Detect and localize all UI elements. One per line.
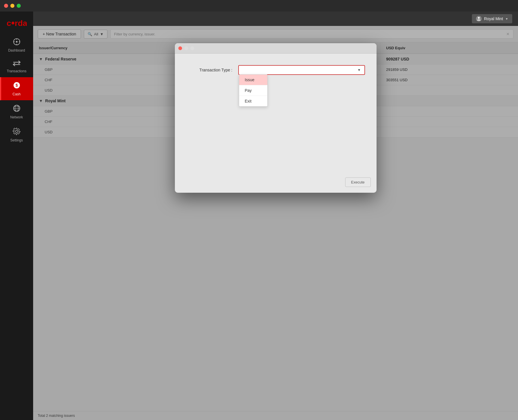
svg-point-17	[478, 17, 480, 19]
settings-icon	[13, 127, 21, 137]
sidebar: c rda Dashboard	[0, 12, 33, 420]
dialog-body: Transaction Type : ▼ Issue Pay Exit	[175, 54, 377, 175]
cash-icon: $	[13, 81, 21, 90]
logo: c rda	[7, 14, 27, 34]
sidebar-item-transactions[interactable]: Transactions	[0, 56, 33, 77]
transaction-type-label: Transaction Type :	[186, 68, 232, 72]
svg-text:$: $	[16, 83, 18, 88]
dashboard-icon	[13, 38, 20, 47]
dialog-minimize-btn[interactable]	[184, 46, 188, 50]
transaction-type-dropdown: Issue Pay Exit	[239, 74, 268, 107]
transactions-icon	[13, 60, 21, 67]
sidebar-item-transactions-label: Transactions	[7, 69, 26, 73]
sidebar-item-cash-label: Cash	[12, 92, 20, 96]
sidebar-item-cash[interactable]: $ Cash	[0, 77, 33, 100]
execute-button[interactable]: Execute	[345, 177, 371, 187]
maximize-btn[interactable]	[17, 4, 21, 8]
network-icon	[13, 104, 21, 113]
sidebar-item-network[interactable]: Network	[0, 100, 33, 123]
dropdown-item-pay[interactable]: Pay	[239, 85, 267, 96]
sidebar-item-dashboard-label: Dashboard	[8, 48, 25, 52]
select-arrow-icon: ▼	[358, 68, 361, 72]
dialog-footer: Execute	[175, 175, 377, 193]
sidebar-item-network-label: Network	[10, 115, 23, 119]
dialog-close-btn[interactable]	[178, 46, 182, 50]
svg-point-1	[12, 22, 14, 24]
new-transaction-dialog: Transaction Type : ▼ Issue Pay Exit	[175, 43, 377, 193]
close-btn[interactable]	[4, 4, 8, 8]
transaction-type-row: Transaction Type : ▼ Issue Pay Exit	[186, 65, 365, 75]
sidebar-item-dashboard[interactable]: Dashboard	[0, 34, 33, 56]
topbar: Royal Mint ▼	[33, 12, 518, 26]
dialog-maximize-btn[interactable]	[190, 46, 194, 50]
svg-point-16	[16, 130, 18, 133]
sidebar-item-settings[interactable]: Settings	[0, 123, 33, 146]
transaction-type-select[interactable]: ▼ Issue Pay Exit	[238, 65, 365, 75]
user-menu-button[interactable]: Royal Mint ▼	[472, 14, 512, 23]
svg-text:c: c	[7, 19, 11, 28]
svg-text:rda: rda	[15, 19, 27, 28]
chevron-down-icon: ▼	[505, 17, 508, 20]
user-name: Royal Mint	[484, 16, 503, 21]
content-area: + New Transaction 🔍 All ▼ Filter by curr…	[33, 26, 518, 420]
app: c rda Dashboard	[0, 12, 518, 420]
dropdown-item-issue[interactable]: Issue	[239, 75, 267, 85]
user-avatar	[476, 16, 482, 22]
dropdown-item-exit[interactable]: Exit	[239, 96, 267, 106]
execute-label: Execute	[351, 180, 365, 184]
minimize-btn[interactable]	[10, 4, 14, 8]
main-area: Royal Mint ▼ + New Transaction 🔍 All ▼ F…	[33, 12, 518, 420]
modal-overlay[interactable]: Transaction Type : ▼ Issue Pay Exit	[33, 26, 518, 420]
sidebar-item-settings-label: Settings	[10, 138, 23, 142]
titlebar	[0, 0, 518, 12]
svg-point-4	[16, 41, 18, 43]
dialog-titlebar	[175, 43, 377, 54]
